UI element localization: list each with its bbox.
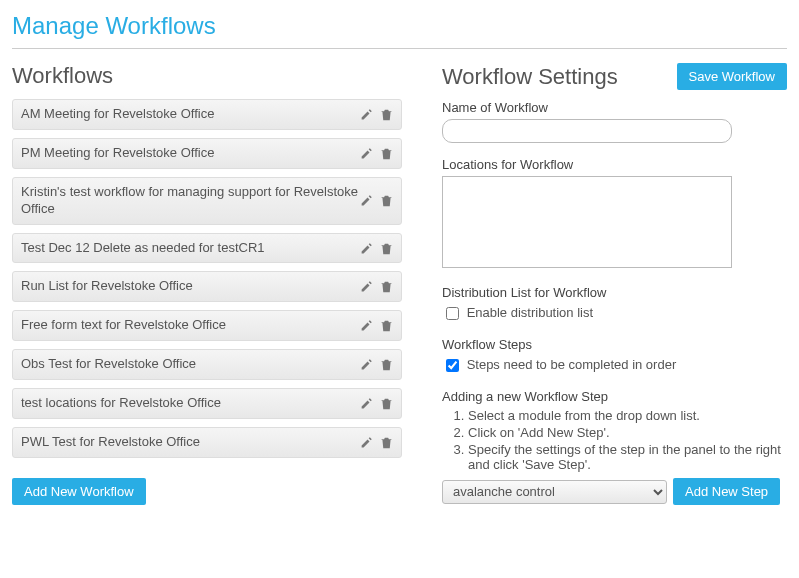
workflow-item[interactable]: test locations for Revelstoke Office [12, 388, 402, 419]
workflows-heading: Workflows [12, 63, 402, 89]
enable-distribution-list-text: Enable distribution list [467, 305, 593, 320]
adding-new-step-label: Adding a new Workflow Step [442, 389, 787, 404]
pencil-icon[interactable] [359, 319, 373, 333]
workflow-item-label: PWL Test for Revelstoke Office [21, 434, 200, 451]
page-title: Manage Workflows [12, 12, 787, 40]
add-new-step-button[interactable]: Add New Step [673, 478, 780, 505]
trash-icon[interactable] [379, 107, 393, 121]
locations-textarea[interactable] [442, 176, 732, 268]
workflow-item-actions [359, 146, 393, 160]
add-new-workflow-button[interactable]: Add New Workflow [12, 478, 146, 505]
trash-icon[interactable] [379, 397, 393, 411]
workflow-item-actions [359, 241, 393, 255]
pencil-icon[interactable] [359, 194, 373, 208]
save-workflow-button[interactable]: Save Workflow [677, 63, 787, 90]
trash-icon[interactable] [379, 358, 393, 372]
steps-order-label[interactable]: Steps need to be completed in order [442, 357, 676, 372]
workflow-item[interactable]: Obs Test for Revelstoke Office [12, 349, 402, 380]
workflow-steps-label: Workflow Steps [442, 337, 787, 352]
pencil-icon[interactable] [359, 435, 373, 449]
workflow-item-label: Obs Test for Revelstoke Office [21, 356, 196, 373]
workflow-item[interactable]: Kristin's test workflow for managing sup… [12, 177, 402, 225]
workflow-item-label: Test Dec 12 Delete as needed for testCR1 [21, 240, 265, 257]
pencil-icon[interactable] [359, 241, 373, 255]
trash-icon[interactable] [379, 146, 393, 160]
workflow-item-label: AM Meeting for Revelstoke Office [21, 106, 214, 123]
locations-label: Locations for Workflow [442, 157, 787, 172]
name-of-workflow-input[interactable] [442, 119, 732, 143]
workflow-item-actions [359, 397, 393, 411]
workflow-item[interactable]: PWL Test for Revelstoke Office [12, 427, 402, 458]
workflow-item-label: PM Meeting for Revelstoke Office [21, 145, 214, 162]
workflow-item[interactable]: Test Dec 12 Delete as needed for testCR1 [12, 233, 402, 264]
steps-order-checkbox[interactable] [446, 359, 459, 372]
pencil-icon[interactable] [359, 358, 373, 372]
instruction-step: Specify the settings of the step in the … [468, 442, 787, 472]
workflow-item-actions [359, 280, 393, 294]
enable-distribution-list-label[interactable]: Enable distribution list [442, 305, 593, 320]
workflow-item[interactable]: PM Meeting for Revelstoke Office [12, 138, 402, 169]
pencil-icon[interactable] [359, 397, 373, 411]
workflow-settings-heading: Workflow Settings [442, 64, 618, 90]
workflow-item-actions [359, 358, 393, 372]
workflow-item-actions [359, 435, 393, 449]
workflow-item[interactable]: AM Meeting for Revelstoke Office [12, 99, 402, 130]
distribution-list-label: Distribution List for Workflow [442, 285, 787, 300]
trash-icon[interactable] [379, 241, 393, 255]
steps-order-text: Steps need to be completed in order [467, 357, 677, 372]
trash-icon[interactable] [379, 319, 393, 333]
trash-icon[interactable] [379, 435, 393, 449]
module-select[interactable]: avalanche control [442, 480, 667, 504]
trash-icon[interactable] [379, 280, 393, 294]
pencil-icon[interactable] [359, 280, 373, 294]
pencil-icon[interactable] [359, 146, 373, 160]
workflow-item-label: Free form text for Revelstoke Office [21, 317, 226, 334]
workflow-item[interactable]: Free form text for Revelstoke Office [12, 310, 402, 341]
trash-icon[interactable] [379, 194, 393, 208]
workflow-item[interactable]: Run List for Revelstoke Office [12, 271, 402, 302]
instruction-step: Click on 'Add New Step'. [468, 425, 787, 440]
instruction-step: Select a module from the drop down list. [468, 408, 787, 423]
enable-distribution-list-checkbox[interactable] [446, 307, 459, 320]
pencil-icon[interactable] [359, 107, 373, 121]
workflow-item-actions [359, 107, 393, 121]
workflow-item-actions [359, 194, 393, 208]
add-step-instructions: Select a module from the drop down list.… [442, 408, 787, 472]
name-of-workflow-label: Name of Workflow [442, 100, 787, 115]
divider [12, 48, 787, 49]
workflow-list: AM Meeting for Revelstoke OfficePM Meeti… [12, 99, 402, 458]
workflow-item-label: test locations for Revelstoke Office [21, 395, 221, 412]
workflow-item-actions [359, 319, 393, 333]
workflow-item-label: Kristin's test workflow for managing sup… [21, 184, 359, 218]
workflow-item-label: Run List for Revelstoke Office [21, 278, 193, 295]
